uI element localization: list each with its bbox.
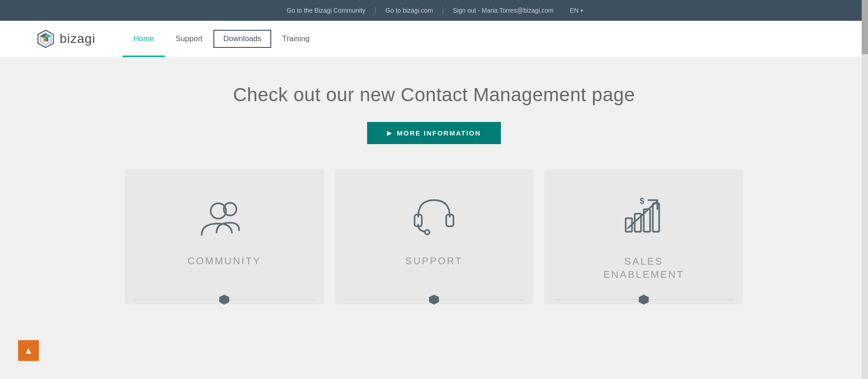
support-icon: [409, 192, 459, 242]
sales-card[interactable]: $ SALES ENABLEMENT: [544, 169, 743, 304]
community-icon-area: [199, 187, 249, 246]
svg-point-10: [425, 230, 429, 234]
hero-title: Check out our new Contact Management pag…: [233, 84, 635, 106]
community-label: COMMUNITY: [188, 255, 261, 267]
divider-line-right: [649, 299, 734, 300]
divider-hex: [429, 295, 439, 304]
main-content: Check out our new Contact Management pag…: [0, 57, 868, 379]
logo-icon: [36, 29, 55, 48]
main-nav: Home Support Downloads Training: [123, 21, 321, 57]
nav-training[interactable]: Training: [271, 21, 321, 57]
divider-line-left: [134, 299, 219, 300]
signout-link[interactable]: Sign out - Maria.Torres@bizagi.com: [444, 7, 563, 14]
header: bizagi Home Support Downloads Training: [0, 21, 868, 57]
nav-support[interactable]: Support: [165, 21, 214, 57]
support-label: SUPPORT: [406, 255, 463, 267]
back-to-top-button[interactable]: ▲: [18, 340, 39, 361]
svg-rect-16: [653, 203, 659, 232]
logo-area: bizagi: [36, 29, 95, 48]
nav-home[interactable]: Home: [123, 21, 165, 57]
sales-icon: $: [619, 192, 669, 242]
sales-divider: [553, 295, 734, 304]
community-divider: [134, 295, 315, 304]
support-divider: [344, 295, 524, 304]
cards-row: COMMUNITY: [0, 169, 868, 304]
more-info-label: MORE INFORMATION: [397, 129, 481, 137]
community-icon: [199, 192, 249, 242]
divider-hex: [639, 295, 649, 304]
bizagi-link[interactable]: Go to bizagi.com: [377, 7, 442, 14]
divider-line-right: [229, 299, 315, 300]
scrollbar-thumb[interactable]: [862, 0, 868, 54]
divider-line-left: [553, 299, 639, 300]
divider-line-left: [344, 299, 429, 300]
svg-text:$: $: [640, 197, 644, 206]
community-link[interactable]: Go to the Bizagi Community: [278, 7, 374, 14]
btn-arrow-icon: ▶: [387, 130, 392, 136]
divider-hex: [219, 295, 229, 304]
divider-line-right: [439, 299, 524, 300]
support-icon-area: [409, 187, 459, 246]
top-bar: Go to the Bizagi Community | Go to bizag…: [0, 0, 868, 21]
scrollbar[interactable]: [862, 0, 868, 379]
logo-text: bizagi: [60, 32, 95, 46]
more-info-button[interactable]: ▶ MORE INFORMATION: [367, 122, 501, 144]
sales-label: SALES ENABLEMENT: [603, 255, 684, 281]
support-card[interactable]: SUPPORT: [335, 169, 533, 304]
nav-downloads[interactable]: Downloads: [213, 30, 271, 48]
lang-selector[interactable]: EN: [562, 7, 590, 14]
sales-icon-area: $: [619, 187, 669, 246]
community-card[interactable]: COMMUNITY: [125, 169, 324, 304]
